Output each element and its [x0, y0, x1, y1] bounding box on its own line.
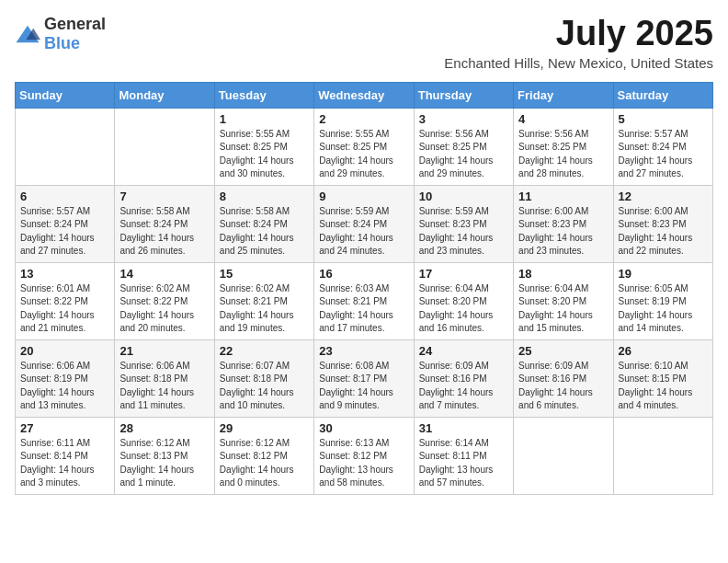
calendar-cell: 21Sunrise: 6:06 AMSunset: 8:18 PMDayligh… [115, 339, 214, 417]
calendar-cell [115, 108, 214, 185]
page-header: General Blue July 2025 Enchanted Hills, … [15, 15, 713, 71]
month-title: July 2025 [444, 15, 713, 53]
day-number: 29 [220, 421, 309, 435]
day-info: Sunrise: 5:56 AMSunset: 8:25 PMDaylight:… [518, 128, 608, 181]
day-info: Sunrise: 6:05 AMSunset: 8:19 PMDaylight:… [619, 282, 708, 336]
calendar-week-row: 13Sunrise: 6:01 AMSunset: 8:22 PMDayligh… [16, 262, 713, 339]
day-number: 30 [319, 421, 408, 435]
day-number: 21 [119, 344, 209, 358]
calendar-cell: 24Sunrise: 6:09 AMSunset: 8:16 PMDayligh… [414, 339, 513, 417]
day-number: 27 [20, 421, 109, 435]
day-info: Sunrise: 6:12 AMSunset: 8:12 PMDaylight:… [220, 437, 309, 490]
day-info: Sunrise: 5:55 AMSunset: 8:25 PMDaylight:… [220, 128, 309, 181]
day-number: 24 [419, 344, 508, 358]
day-number: 15 [220, 267, 309, 281]
calendar-week-row: 1Sunrise: 5:55 AMSunset: 8:25 PMDaylight… [16, 108, 713, 185]
calendar-cell: 14Sunrise: 6:02 AMSunset: 8:22 PMDayligh… [115, 262, 214, 339]
calendar-cell: 18Sunrise: 6:04 AMSunset: 8:20 PMDayligh… [514, 262, 613, 339]
calendar-cell: 8Sunrise: 5:58 AMSunset: 8:24 PMDaylight… [214, 185, 313, 262]
title-block: July 2025 Enchanted Hills, New Mexico, U… [444, 15, 713, 71]
day-number: 3 [419, 112, 508, 126]
day-info: Sunrise: 6:04 AMSunset: 8:20 PMDaylight:… [419, 282, 508, 336]
day-info: Sunrise: 6:10 AMSunset: 8:15 PMDaylight:… [619, 360, 708, 413]
logo-text: General Blue [44, 15, 106, 53]
day-number: 7 [119, 190, 209, 203]
day-info: Sunrise: 5:55 AMSunset: 8:25 PMDaylight:… [319, 128, 408, 181]
day-number: 13 [20, 267, 109, 281]
day-info: Sunrise: 6:00 AMSunset: 8:23 PMDaylight:… [619, 205, 708, 259]
logo: General Blue [15, 15, 106, 53]
day-number: 22 [220, 344, 309, 358]
day-info: Sunrise: 5:59 AMSunset: 8:24 PMDaylight:… [319, 205, 408, 259]
day-info: Sunrise: 5:58 AMSunset: 8:24 PMDaylight:… [119, 205, 209, 259]
calendar-cell: 27Sunrise: 6:11 AMSunset: 8:14 PMDayligh… [16, 417, 115, 494]
day-number: 20 [20, 344, 109, 358]
weekday-header: Thursday [414, 82, 513, 108]
calendar-cell: 7Sunrise: 5:58 AMSunset: 8:24 PMDaylight… [115, 185, 214, 262]
day-number: 31 [419, 421, 508, 435]
day-info: Sunrise: 6:09 AMSunset: 8:16 PMDaylight:… [518, 360, 608, 413]
day-number: 17 [419, 267, 508, 281]
weekday-header: Sunday [16, 82, 115, 108]
calendar-cell: 19Sunrise: 6:05 AMSunset: 8:19 PMDayligh… [613, 262, 712, 339]
day-info: Sunrise: 6:03 AMSunset: 8:21 PMDaylight:… [319, 282, 408, 336]
day-info: Sunrise: 6:12 AMSunset: 8:13 PMDaylight:… [119, 437, 209, 490]
day-info: Sunrise: 6:02 AMSunset: 8:21 PMDaylight:… [220, 282, 309, 336]
day-number: 23 [319, 344, 408, 358]
calendar-cell: 30Sunrise: 6:13 AMSunset: 8:12 PMDayligh… [314, 417, 414, 494]
day-info: Sunrise: 5:57 AMSunset: 8:24 PMDaylight:… [20, 205, 109, 259]
logo-general: General [44, 15, 106, 33]
day-number: 10 [419, 190, 508, 203]
day-number: 14 [119, 267, 209, 281]
calendar-cell: 9Sunrise: 5:59 AMSunset: 8:24 PMDaylight… [314, 185, 414, 262]
day-number: 8 [220, 190, 309, 203]
logo-blue: Blue [44, 34, 80, 52]
day-number: 18 [518, 267, 608, 281]
calendar-week-row: 27Sunrise: 6:11 AMSunset: 8:14 PMDayligh… [16, 417, 713, 494]
day-info: Sunrise: 6:06 AMSunset: 8:19 PMDaylight:… [20, 360, 109, 413]
day-number: 1 [220, 112, 309, 126]
calendar-cell: 31Sunrise: 6:14 AMSunset: 8:11 PMDayligh… [414, 417, 513, 494]
calendar-cell [613, 417, 712, 494]
calendar-cell: 5Sunrise: 5:57 AMSunset: 8:24 PMDaylight… [613, 108, 712, 185]
weekday-header-row: SundayMondayTuesdayWednesdayThursdayFrid… [16, 82, 713, 108]
day-number: 5 [619, 112, 708, 126]
calendar-cell: 16Sunrise: 6:03 AMSunset: 8:21 PMDayligh… [314, 262, 414, 339]
calendar-week-row: 6Sunrise: 5:57 AMSunset: 8:24 PMDaylight… [16, 185, 713, 262]
calendar-cell: 4Sunrise: 5:56 AMSunset: 8:25 PMDaylight… [514, 108, 613, 185]
day-info: Sunrise: 5:59 AMSunset: 8:23 PMDaylight:… [419, 205, 508, 259]
calendar-cell: 2Sunrise: 5:55 AMSunset: 8:25 PMDaylight… [314, 108, 414, 185]
calendar-cell: 23Sunrise: 6:08 AMSunset: 8:17 PMDayligh… [314, 339, 414, 417]
day-info: Sunrise: 6:14 AMSunset: 8:11 PMDaylight:… [419, 437, 508, 490]
calendar-cell [16, 108, 115, 185]
calendar: SundayMondayTuesdayWednesdayThursdayFrid… [15, 82, 713, 495]
location-title: Enchanted Hills, New Mexico, United Stat… [444, 55, 713, 71]
day-number: 19 [619, 267, 708, 281]
day-number: 16 [319, 267, 408, 281]
calendar-cell: 28Sunrise: 6:12 AMSunset: 8:13 PMDayligh… [115, 417, 214, 494]
day-number: 4 [518, 112, 608, 126]
day-number: 9 [319, 190, 408, 203]
day-info: Sunrise: 6:04 AMSunset: 8:20 PMDaylight:… [518, 282, 608, 336]
day-number: 11 [518, 190, 608, 203]
day-info: Sunrise: 5:57 AMSunset: 8:24 PMDaylight:… [619, 128, 708, 181]
calendar-cell: 25Sunrise: 6:09 AMSunset: 8:16 PMDayligh… [514, 339, 613, 417]
day-number: 12 [619, 190, 708, 203]
weekday-header: Wednesday [314, 82, 414, 108]
weekday-header: Saturday [613, 82, 712, 108]
calendar-cell: 3Sunrise: 5:56 AMSunset: 8:25 PMDaylight… [414, 108, 513, 185]
calendar-cell: 11Sunrise: 6:00 AMSunset: 8:23 PMDayligh… [514, 185, 613, 262]
weekday-header: Friday [514, 82, 613, 108]
calendar-cell: 13Sunrise: 6:01 AMSunset: 8:22 PMDayligh… [16, 262, 115, 339]
day-info: Sunrise: 5:56 AMSunset: 8:25 PMDaylight:… [419, 128, 508, 181]
weekday-header: Monday [115, 82, 214, 108]
day-info: Sunrise: 6:01 AMSunset: 8:22 PMDaylight:… [20, 282, 109, 336]
day-info: Sunrise: 5:58 AMSunset: 8:24 PMDaylight:… [220, 205, 309, 259]
calendar-cell: 17Sunrise: 6:04 AMSunset: 8:20 PMDayligh… [414, 262, 513, 339]
day-number: 2 [319, 112, 408, 126]
calendar-cell: 6Sunrise: 5:57 AMSunset: 8:24 PMDaylight… [16, 185, 115, 262]
calendar-cell: 1Sunrise: 5:55 AMSunset: 8:25 PMDaylight… [214, 108, 313, 185]
day-info: Sunrise: 6:06 AMSunset: 8:18 PMDaylight:… [119, 360, 209, 413]
calendar-cell: 22Sunrise: 6:07 AMSunset: 8:18 PMDayligh… [214, 339, 313, 417]
day-info: Sunrise: 6:07 AMSunset: 8:18 PMDaylight:… [220, 360, 309, 413]
